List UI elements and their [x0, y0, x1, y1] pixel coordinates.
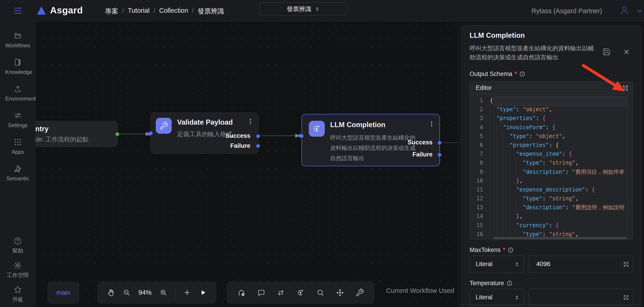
sidebar-item-label: Knowledge — [5, 69, 30, 76]
breadcrumb-separator: / — [122, 7, 124, 16]
sidebar-item-label: Apps — [12, 148, 24, 155]
add-icon[interactable] — [183, 288, 191, 297]
llm-success-port[interactable] — [438, 141, 442, 145]
grid-dots-icon — [14, 138, 22, 146]
sidebar-item-environment[interactable]: Environment — [2, 84, 34, 102]
maxtokens-row: Literal 4096 — [470, 256, 633, 272]
maxtokens-mode-select[interactable]: Literal — [470, 256, 524, 272]
line-number: 6 — [470, 141, 490, 150]
code-line: 9"description": "費用項目，例如停車 — [470, 168, 633, 176]
sidebar-main-items: WorkflowsKnowledgeEnvironmentSettingsApp… — [0, 22, 36, 182]
expand-icon[interactable] — [623, 261, 629, 268]
sidebar-item-label: Semantic — [6, 175, 29, 182]
add-node-icon[interactable] — [237, 288, 246, 297]
line-number: 10 — [470, 176, 490, 185]
editor-header: Editor — [470, 82, 633, 94]
panel-description: 呼叫大型語言模型並產生結構化的資料輸出以輔助流程的決策或生成自然語言輸出 — [470, 44, 599, 62]
sidebar-item-升級[interactable]: 升級 — [2, 286, 34, 303]
run-play-icon[interactable] — [199, 288, 207, 297]
temperature-mode-select[interactable]: Literal — [470, 289, 524, 306]
info-icon[interactable] — [506, 280, 512, 286]
validate-payload-node[interactable]: Validate Payload 定義工具的輸入格式 Success Failu… — [150, 112, 258, 154]
workflow-selector[interactable]: 發票辨識 — [260, 2, 347, 16]
breadcrumb-item[interactable]: 專案 — [105, 7, 118, 16]
zoom-in-icon[interactable] — [160, 288, 167, 297]
code-line: 4"invoiceForm": { — [470, 123, 633, 132]
code-line: 2"type": "object", — [470, 105, 633, 114]
zoom-toolbar: 94% — [97, 281, 216, 304]
validate-failure-port[interactable] — [256, 144, 260, 148]
output-schema-label: Output Schema — [470, 70, 512, 78]
breadcrumb-item[interactable]: Collection — [159, 7, 188, 16]
temperature-value-field[interactable] — [529, 289, 633, 306]
llm-failure-port[interactable] — [438, 153, 442, 157]
top-bar: Asgard 專案/Tutorial/Collection/發票辨識 發票辨識 … — [0, 0, 644, 22]
info-icon[interactable] — [519, 71, 525, 77]
book-icon — [14, 58, 22, 67]
validate-input-port[interactable] — [147, 132, 151, 136]
sidebar: WorkflowsKnowledgeEnvironmentSettingsApp… — [0, 22, 36, 307]
toolbar-divider — [175, 286, 175, 299]
port-label-failure: Failure — [230, 142, 250, 150]
sidebar-item-knowledge[interactable]: Knowledge — [2, 58, 34, 76]
code-area[interactable]: 1{2"type": "object",3"properties": {4"in… — [470, 94, 633, 240]
sidebar-item-幫助[interactable]: 幫助 — [2, 237, 34, 254]
llm-input-port[interactable] — [298, 134, 302, 138]
sidebar-item-apps[interactable]: Apps — [2, 138, 34, 155]
fit-view-icon[interactable] — [336, 288, 344, 297]
sidebar-item-semantic[interactable]: Semantic — [2, 164, 34, 182]
sidebar-item-workflows[interactable]: Workflows — [2, 32, 34, 49]
more-menu-icon[interactable] — [428, 120, 435, 128]
wrench-icon[interactable] — [356, 288, 364, 297]
entry-output-port[interactable] — [116, 132, 119, 136]
expand-icon[interactable] — [622, 84, 629, 92]
save-icon[interactable] — [602, 48, 610, 56]
validate-node-subtitle: 定義工具的輸入格式 — [177, 130, 232, 138]
person-icon[interactable] — [619, 5, 630, 16]
chevron-down-icon[interactable] — [635, 7, 644, 15]
panel-footer-divider — [461, 304, 641, 305]
code-line: 14}, — [470, 212, 633, 221]
swap-arrows-icon[interactable] — [276, 288, 285, 297]
sidebar-item-工作空間[interactable]: 工作空間 — [2, 261, 34, 278]
maxtokens-label-row: MaxTokens * — [470, 246, 514, 254]
sidebar-item-label: Settings — [8, 122, 28, 129]
line-number: 2 — [470, 105, 490, 114]
breadcrumb-item[interactable]: 發票辨識 — [198, 7, 224, 16]
port-label-success: Success — [225, 132, 250, 140]
llm-node-subtitle: 呼叫大型語言模型並產生結構化的資料輸出以輔助流程的決策或生成自然語言輸出 — [330, 132, 419, 163]
horizontal-scrollbar[interactable] — [494, 237, 627, 239]
entry-node-title: ntry — [36, 125, 49, 133]
llm-run-icon[interactable] — [296, 288, 305, 297]
folder-icon — [14, 32, 22, 40]
sliders-icon — [14, 111, 22, 120]
branch-button[interactable]: main — [47, 281, 79, 304]
sidebar-item-label: Workflows — [5, 42, 30, 49]
zoom-out-icon[interactable] — [122, 288, 130, 297]
code-line: 12"type": "string", — [470, 194, 633, 203]
close-icon[interactable] — [623, 48, 630, 56]
entry-node[interactable]: ntry de: 工作流程的起點 — [36, 121, 118, 147]
validate-success-port[interactable] — [256, 134, 260, 138]
breadcrumb-item[interactable]: Tutorial — [128, 7, 150, 16]
entry-node-subtitle: de: 工作流程的起點 — [36, 135, 88, 144]
line-number: 7 — [470, 150, 490, 158]
workflow-status-text: Current Workflow Used — [386, 287, 454, 294]
pan-hand-icon[interactable] — [107, 288, 115, 297]
editor-title: Editor — [476, 84, 492, 92]
line-number: 1 — [470, 96, 490, 105]
expand-icon[interactable] — [623, 294, 629, 301]
maxtokens-value-field[interactable]: 4096 — [529, 256, 633, 272]
more-menu-icon[interactable] — [247, 118, 254, 125]
asgard-logo-icon[interactable] — [36, 5, 47, 16]
sidebar-item-settings[interactable]: Settings — [2, 111, 34, 129]
code-line: 3"properties": { — [470, 114, 633, 123]
llm-completion-node[interactable]: LLM Completion 呼叫大型語言模型並產生結構化的資料輸出以輔助流程的… — [302, 114, 440, 166]
comment-icon[interactable] — [257, 288, 266, 297]
maxtokens-value: 4096 — [536, 260, 550, 268]
hamburger-menu-icon[interactable] — [13, 6, 23, 16]
search-icon[interactable] — [316, 288, 325, 297]
info-icon[interactable] — [508, 247, 514, 253]
inspector-panel-region: LLM Completion 呼叫大型語言模型並產生結構化的資料輸出以輔助流程的… — [458, 22, 644, 307]
sidebar-item-label: 工作空間 — [7, 272, 29, 278]
